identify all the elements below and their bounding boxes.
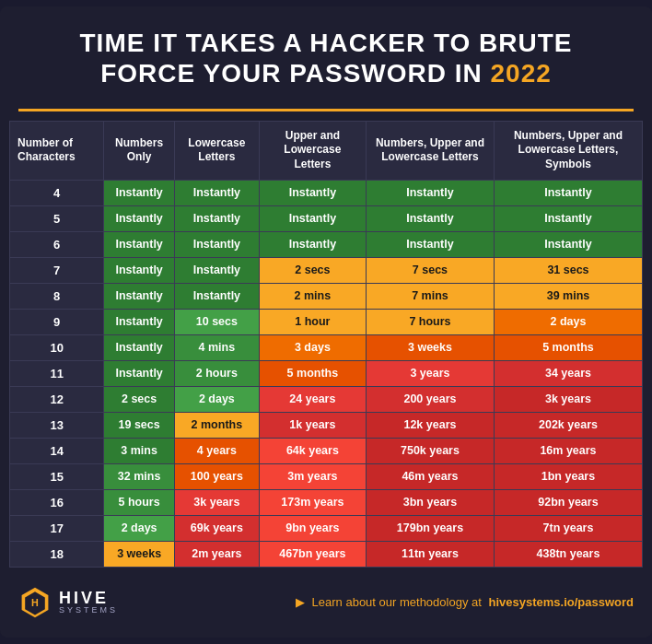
table-row: 8InstantlyInstantly2 mins7 mins39 mins — [10, 283, 643, 309]
data-cell: 2 secs — [259, 257, 366, 283]
data-cell: Instantly — [174, 231, 259, 257]
table-container: Number of Characters Numbers Only Lowerc… — [0, 121, 652, 568]
data-cell: 16m years — [494, 438, 642, 463]
col-num-upper-lower: Numbers, Upper and Lowercase Letters — [366, 121, 494, 180]
data-cell: Instantly — [366, 231, 494, 257]
table-row: 9Instantly10 secs1 hour7 hours2 days — [10, 309, 643, 334]
hive-logo-icon: H — [18, 586, 52, 619]
data-cell: 11tn years — [366, 541, 494, 567]
char-count-cell: 18 — [10, 541, 104, 567]
data-cell: 3 weeks — [104, 541, 175, 567]
data-cell: 100 years — [174, 463, 259, 489]
data-cell: 19 secs — [104, 412, 175, 438]
title: TIME IT TAKES A HACKER TO BRUTE FORCE YO… — [18, 29, 634, 88]
char-count-cell: 7 — [10, 257, 104, 283]
data-cell: 12k years — [366, 412, 494, 438]
password-table: Number of Characters Numbers Only Lowerc… — [9, 121, 643, 568]
data-cell: 46m years — [366, 463, 494, 489]
data-cell: 10 secs — [174, 309, 259, 334]
data-cell: 5 hours — [104, 489, 175, 515]
data-cell: 32 mins — [104, 463, 175, 489]
data-cell: 438tn years — [494, 541, 642, 567]
data-cell: 3k years — [174, 489, 259, 515]
data-cell: Instantly — [104, 205, 175, 231]
char-count-cell: 9 — [10, 309, 104, 334]
char-count-cell: 11 — [10, 360, 104, 386]
char-count-cell: 12 — [10, 386, 104, 412]
logo: H HIVE SYSTEMS — [18, 586, 118, 619]
data-cell: 3 years — [366, 360, 494, 386]
data-cell: Instantly — [104, 309, 175, 334]
col-numbers: Numbers Only — [104, 121, 175, 180]
data-cell: 7 mins — [366, 283, 494, 309]
footer-cta[interactable]: ▶ Learn about our methodology at hivesys… — [296, 595, 634, 609]
header: TIME IT TAKES A HACKER TO BRUTE FORCE YO… — [0, 6, 652, 99]
data-cell: Instantly — [494, 231, 642, 257]
data-cell: 7tn years — [494, 515, 642, 541]
data-cell: Instantly — [259, 231, 366, 257]
data-cell: 39 mins — [494, 283, 642, 309]
card: TIME IT TAKES A HACKER TO BRUTE FORCE YO… — [0, 6, 652, 637]
data-cell: 3 weeks — [366, 334, 494, 360]
table-row: 7InstantlyInstantly2 secs7 secs31 secs — [10, 257, 643, 283]
data-cell: 9bn years — [259, 515, 366, 541]
table-header: Number of Characters Numbers Only Lowerc… — [10, 121, 643, 180]
data-cell: 24 years — [259, 386, 366, 412]
table-row: 11Instantly2 hours5 months3 years34 year… — [10, 360, 643, 386]
data-cell: 31 secs — [494, 257, 642, 283]
data-cell: 5 months — [494, 334, 642, 360]
data-cell: Instantly — [174, 257, 259, 283]
data-cell: Instantly — [494, 180, 642, 205]
data-cell: Instantly — [174, 205, 259, 231]
data-cell: 2 days — [104, 515, 175, 541]
data-cell: 92bn years — [494, 489, 642, 515]
gold-divider — [18, 109, 634, 111]
data-cell: Instantly — [174, 180, 259, 205]
data-cell: 4 years — [174, 438, 259, 463]
data-cell: Instantly — [174, 283, 259, 309]
char-count-cell: 15 — [10, 463, 104, 489]
data-cell: 2 secs — [104, 386, 175, 412]
data-cell: 3 mins — [104, 438, 175, 463]
data-cell: 2 days — [174, 386, 259, 412]
table-row: 165 hours3k years173m years3bn years92bn… — [10, 489, 643, 515]
table-body: 4InstantlyInstantlyInstantlyInstantlyIns… — [10, 180, 643, 567]
table-row: 143 mins4 years64k years750k years16m ye… — [10, 438, 643, 463]
table-row: 1532 mins100 years3m years46m years1bn y… — [10, 463, 643, 489]
data-cell: Instantly — [366, 180, 494, 205]
char-count-cell: 13 — [10, 412, 104, 438]
data-cell: Instantly — [104, 334, 175, 360]
table-row: 183 weeks2m years467bn years11tn years43… — [10, 541, 643, 567]
data-cell: 3 days — [259, 334, 366, 360]
footer: H HIVE SYSTEMS ▶ Learn about our methodo… — [0, 573, 652, 623]
table-row: 10Instantly4 mins3 days3 weeks5 months — [10, 334, 643, 360]
char-count-cell: 8 — [10, 283, 104, 309]
data-cell: 34 years — [494, 360, 642, 386]
table-row: 1319 secs2 months1k years12k years202k y… — [10, 412, 643, 438]
data-cell: 750k years — [366, 438, 494, 463]
table-row: 172 days69k years9bn years179bn years7tn… — [10, 515, 643, 541]
data-cell: 3bn years — [366, 489, 494, 515]
col-chars: Number of Characters — [10, 121, 104, 180]
logo-systems: SYSTEMS — [59, 606, 118, 615]
col-all: Numbers, Upper and Lowercase Letters, Sy… — [494, 121, 642, 180]
col-upper-lower: Upper and Lowercase Letters — [259, 121, 366, 180]
data-cell: 1k years — [259, 412, 366, 438]
data-cell: 202k years — [494, 412, 642, 438]
char-count-cell: 10 — [10, 334, 104, 360]
svg-text:H: H — [31, 596, 39, 607]
data-cell: 7 secs — [366, 257, 494, 283]
data-cell: 2 mins — [259, 283, 366, 309]
char-count-cell: 5 — [10, 205, 104, 231]
table-row: 5InstantlyInstantlyInstantlyInstantlyIns… — [10, 205, 643, 231]
header-row: Number of Characters Numbers Only Lowerc… — [10, 121, 643, 180]
char-count-cell: 14 — [10, 438, 104, 463]
data-cell: 1 hour — [259, 309, 366, 334]
data-cell: 173m years — [259, 489, 366, 515]
data-cell: Instantly — [259, 205, 366, 231]
data-cell: Instantly — [104, 283, 175, 309]
cta-url[interactable]: hivesystems.io/password — [488, 595, 634, 609]
table-row: 122 secs2 days24 years200 years3k years — [10, 386, 643, 412]
data-cell: 69k years — [174, 515, 259, 541]
cta-text: Learn about our methodology at — [312, 595, 485, 609]
